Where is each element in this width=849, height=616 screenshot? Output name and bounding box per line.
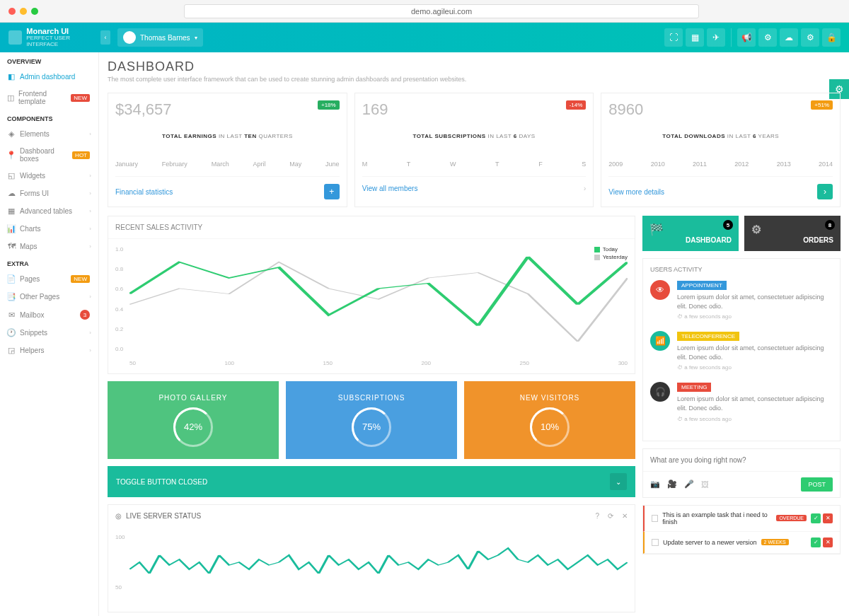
diamond-icon: ◈ <box>7 129 16 139</box>
chevron-right-icon[interactable]: › <box>584 184 587 192</box>
compose-box: 📷 🎥 🎤 🖼 POST <box>642 448 841 498</box>
maximize-window-icon[interactable] <box>31 8 38 15</box>
activity-title: USERS ACTIVITY <box>650 266 833 273</box>
tab-row: 🏁5DASHBOARD ⚙8ORDERS <box>642 216 841 251</box>
image-icon[interactable]: 🖼 <box>701 480 709 489</box>
stat-badge: -14% <box>566 100 587 110</box>
checkbox[interactable] <box>652 515 658 522</box>
nav-snippets[interactable]: 🕐Snippets› <box>0 324 98 342</box>
nav-charts[interactable]: 📊Charts› <box>0 220 98 238</box>
check-button[interactable]: ✓ <box>811 513 821 523</box>
nav-dashboard-boxes[interactable]: 📍Dashboard boxesHOT <box>0 143 98 167</box>
server-line-svg <box>129 534 628 591</box>
gauge-icon: 🏁 <box>649 223 664 236</box>
checkbox[interactable] <box>652 539 659 546</box>
stat-link[interactable]: View all members <box>362 185 418 192</box>
refresh-icon[interactable]: ⟳ <box>608 512 613 520</box>
circle-stat: 42% <box>173 407 213 447</box>
activity-item: 📶 TELECONFERENCELorem ipsum dolor sit am… <box>650 331 833 371</box>
nav-maps[interactable]: 🗺Maps› <box>0 238 98 255</box>
tab-orders[interactable]: ⚙8ORDERS <box>744 216 841 251</box>
traffic-lights <box>8 8 38 15</box>
chevron-right-icon: › <box>89 330 91 336</box>
page-title: DASHBOARD <box>108 59 841 74</box>
pin-icon: 📍 <box>7 151 16 160</box>
cloud-icon[interactable]: ☁ <box>780 28 798 47</box>
compose-input[interactable] <box>643 449 840 471</box>
nav-tables[interactable]: ▦Advanced tables› <box>0 202 98 220</box>
help-icon[interactable]: ? <box>595 512 599 520</box>
megaphone-icon[interactable]: 📢 <box>737 28 756 47</box>
stat-value: 8960 <box>608 100 833 119</box>
nav-elements[interactable]: ◈Elements› <box>0 125 98 143</box>
expand-icon[interactable]: ⛶ <box>664 28 683 47</box>
stat-link[interactable]: View more details <box>608 188 664 196</box>
tile-visitors[interactable]: NEW VISITORS10% <box>464 381 635 459</box>
send-icon[interactable]: ✈ <box>707 28 725 47</box>
y-axis: 1.00.80.60.40.20.0 <box>115 246 123 352</box>
dashboard-icon: ◧ <box>7 72 16 81</box>
pages-icon: 📑 <box>7 292 16 301</box>
sidebar-collapse-button[interactable]: ‹ <box>100 30 110 45</box>
nav-header-extra: EXTRA <box>0 255 98 270</box>
nav-helpers[interactable]: ◲Helpers› <box>0 342 98 359</box>
post-button[interactable]: POST <box>801 477 833 492</box>
stat-axis: MTWTFS <box>362 161 587 168</box>
tile-row: PHOTO GALLERY42% SUBSCRIPTIONS75% NEW VI… <box>108 381 635 459</box>
tile-subscriptions[interactable]: SUBSCRIPTIONS75% <box>286 381 457 459</box>
nav-admin-dashboard[interactable]: ◧Admin dashboard <box>0 68 98 86</box>
page-icon: 📄 <box>7 274 16 284</box>
chevron-down-icon: ⌄ <box>610 473 627 490</box>
delete-button[interactable]: ✕ <box>823 537 833 547</box>
chevron-right-icon: › <box>89 131 91 137</box>
toggle-button[interactable]: TOGGLE BUTTON CLOSED ⌄ <box>108 466 635 497</box>
stat-subscriptions: 169 -14% TOTAL SUBSCRIPTIONS IN LAST 6 D… <box>354 93 594 207</box>
nav-forms[interactable]: ☁Forms UI› <box>0 185 98 202</box>
nav-frontend-template[interactable]: ◫Frontend templateNEW <box>0 86 98 110</box>
task-badge: OVERDUE <box>776 515 807 521</box>
stats-row: $34,657 +18% TOTAL EARNINGS IN LAST TEN … <box>108 93 841 207</box>
lock-icon[interactable]: 🔒 <box>822 28 841 47</box>
stat-value: 169 <box>362 100 587 119</box>
url-bar[interactable]: demo.agileui.com <box>184 4 699 18</box>
nav-widgets[interactable]: ◱Widgets› <box>0 167 98 185</box>
activity-item: 🎧 MEETINGLorem ipsum dolor sit amet, con… <box>650 382 833 422</box>
nav-mailbox[interactable]: ✉Mailbox3 <box>0 306 98 324</box>
sliders-icon[interactable]: ⚙ <box>758 28 777 47</box>
close-icon[interactable]: ✕ <box>622 512 628 520</box>
nav-pages[interactable]: 📄PagesNEW <box>0 270 98 288</box>
mic-icon[interactable]: 🎤 <box>684 480 694 489</box>
circle-stat: 75% <box>352 407 391 447</box>
grid-icon[interactable]: ▦ <box>686 28 704 47</box>
close-window-icon[interactable] <box>8 8 16 15</box>
stat-link[interactable]: Financial statistics <box>115 188 173 196</box>
server-status-panel: ◎ LIVE SERVER STATUS ? ⟳ ✕ 10050 <box>108 504 635 612</box>
clock-icon: 🕐 <box>7 328 16 337</box>
chevron-right-icon: › <box>89 190 91 197</box>
task-badge: 2 WEEKS <box>761 539 789 545</box>
activity-time: ⏱ a few seconds ago <box>677 364 833 371</box>
chevron-right-icon: › <box>89 208 91 214</box>
brand-logo[interactable]: Monarch UI PERFECT USER INTERFACE <box>8 27 100 48</box>
stat-axis: JanuaryFebruaryMarchAprilMayJune <box>115 161 340 168</box>
video-icon[interactable]: 🎥 <box>667 480 677 489</box>
camera-icon[interactable]: 📷 <box>650 480 660 489</box>
map-icon: 🗺 <box>7 242 16 250</box>
chart-icon: 📊 <box>7 224 16 233</box>
tile-gallery[interactable]: PHOTO GALLERY42% <box>108 381 279 459</box>
divider <box>731 28 732 47</box>
more-button[interactable]: › <box>817 184 833 199</box>
user-menu[interactable]: Thomas Barnes ▾ <box>117 28 203 47</box>
delete-button[interactable]: ✕ <box>823 513 833 523</box>
tab-dashboard[interactable]: 🏁5DASHBOARD <box>642 216 739 251</box>
gear-icon[interactable]: ⚙ <box>801 28 819 47</box>
nav-other-pages[interactable]: 📑Other Pages› <box>0 288 98 306</box>
activity-item: 👁 APPOINTMENTLorem ipsum dolor sit amet,… <box>650 280 833 320</box>
logo-icon <box>8 30 22 45</box>
minimize-window-icon[interactable] <box>20 8 27 15</box>
check-button[interactable]: ✓ <box>811 537 821 547</box>
stat-downloads: 8960 +51% TOTAL DOWNLOADS IN LAST 6 YEAR… <box>601 93 841 207</box>
add-button[interactable]: + <box>324 184 340 199</box>
stat-label: TOTAL DOWNLOADS IN LAST 6 YEARS <box>608 133 833 139</box>
task-list: This is an example task that i need to f… <box>642 505 841 554</box>
